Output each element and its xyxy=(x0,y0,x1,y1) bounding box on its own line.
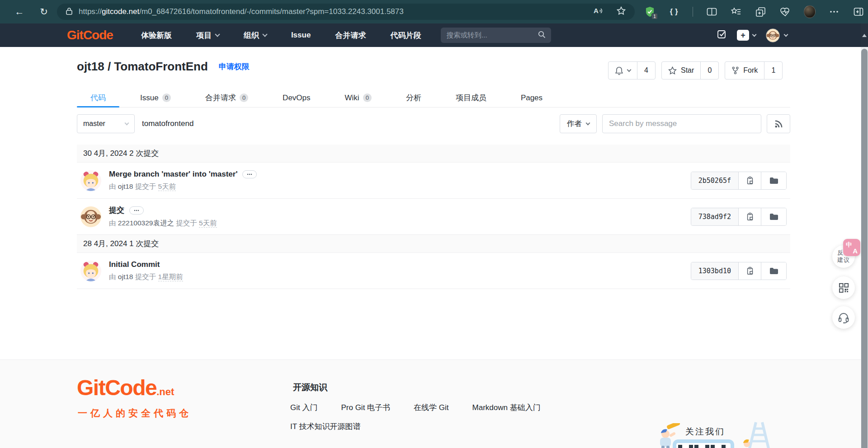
tab-issue[interactable]: Issue0 xyxy=(127,89,184,107)
commit-date-header: 28 4月, 2024 1 次提交 xyxy=(77,235,790,253)
star-icon xyxy=(668,66,677,75)
commit-description-toggle[interactable] xyxy=(242,170,257,178)
commit-date-header: 30 4月, 2024 2 次提交 xyxy=(77,145,790,163)
nav-item-trial[interactable]: 体验新版 xyxy=(141,30,172,41)
avatar[interactable] xyxy=(80,206,101,227)
project-tabs: 代码 Issue0 合并请求0 DevOps Wiki0 分析 项目成员 Pag… xyxy=(77,89,790,107)
issue-count-badge: 0 xyxy=(162,93,171,102)
collections-icon[interactable] xyxy=(755,5,767,18)
commit-author-link[interactable]: ojt18 xyxy=(118,273,133,280)
clipboard-icon xyxy=(746,212,754,221)
tab-members[interactable]: 项目成员 xyxy=(442,89,500,107)
commit-title-link[interactable]: Merge branch 'master' into 'master' xyxy=(109,170,237,179)
todo-list-icon[interactable] xyxy=(717,29,727,41)
url-text[interactable]: https://gitcode.net/m0_68472616/tomatofr… xyxy=(79,7,404,16)
footer-slogan: 一亿人的安全代码仓 xyxy=(78,407,192,420)
star-button[interactable]: Star xyxy=(662,62,700,79)
gitcode-logo[interactable]: GitCode xyxy=(67,28,113,42)
tab-devops[interactable]: DevOps xyxy=(269,89,324,107)
copy-sha-button[interactable] xyxy=(738,262,761,280)
commit-row: Initial Commit 由 ojt18 提交于 1星期前 1303bd10 xyxy=(77,253,790,289)
commit-row: Merge branch 'master' into 'master' 由 oj… xyxy=(77,163,790,199)
tab-code[interactable]: 代码 xyxy=(77,89,119,107)
project-header: ojt18 / TomatoFrontEnd 申请权限 4 Star 0 For… xyxy=(0,47,868,89)
global-search-input[interactable] xyxy=(446,31,538,39)
settings-more-icon[interactable] xyxy=(828,5,840,18)
back-icon[interactable]: ← xyxy=(14,6,25,18)
avatar[interactable] xyxy=(80,261,101,281)
commit-description-toggle[interactable] xyxy=(129,206,144,215)
favorites-bar-icon[interactable] xyxy=(730,5,742,18)
browse-files-button[interactable] xyxy=(761,208,786,225)
commits-list: 30 4月, 2024 2 次提交 Merge branch 'master' … xyxy=(77,145,790,289)
footer-link-learn-git[interactable]: 在线学 Git xyxy=(414,402,448,413)
folder-icon xyxy=(769,213,778,220)
commit-author-link[interactable]: ojt18 xyxy=(118,182,133,190)
commit-author-link[interactable]: 222100329袁进之 xyxy=(118,219,174,227)
notification-bell-button[interactable] xyxy=(609,62,637,79)
extensions-icon[interactable]: { } xyxy=(668,5,680,18)
browse-files-button[interactable] xyxy=(761,172,786,189)
author-filter-button[interactable]: 作者 xyxy=(560,114,597,133)
chevron-down-icon xyxy=(262,32,267,37)
rss-feed-button[interactable] xyxy=(767,114,790,133)
branch-selector[interactable]: master xyxy=(77,114,135,133)
clipboard-icon xyxy=(746,176,754,185)
chevron-down-icon xyxy=(784,32,788,37)
nav-item-issue[interactable]: Issue xyxy=(291,31,311,40)
fork-count[interactable]: 1 xyxy=(764,62,782,79)
commit-title-link[interactable]: Initial Commit xyxy=(109,260,160,269)
commit-hash-group: 2b50265f xyxy=(691,172,787,190)
nav-item-orgs[interactable]: 组织 xyxy=(244,30,267,41)
footer-logo: GitCode.net xyxy=(77,375,174,400)
browse-files-button[interactable] xyxy=(761,262,786,280)
avatar[interactable] xyxy=(80,170,101,191)
split-screen-icon[interactable] xyxy=(706,5,717,18)
user-menu[interactable] xyxy=(766,28,788,42)
commit-sha[interactable]: 738ad9f2 xyxy=(691,208,738,225)
read-aloud-icon[interactable]: A xyxy=(593,6,605,17)
browser-chrome: ← ↻ https://gitcode.net/m0_68472616/toma… xyxy=(0,0,868,23)
footer-link-it-knowledge-map[interactable]: IT 技术知识开源图谱 xyxy=(290,421,361,432)
create-new-button[interactable]: + xyxy=(737,30,756,41)
tab-pages[interactable]: Pages xyxy=(507,89,556,107)
breadcrumb[interactable]: tomatofrontend xyxy=(142,119,193,128)
browser-profile-avatar[interactable] xyxy=(804,5,816,18)
footer-link-markdown[interactable]: Markdown 基础入门 xyxy=(472,402,541,413)
translate-icon[interactable]: 中 A xyxy=(843,239,860,256)
nav-item-snippets[interactable]: 代码片段 xyxy=(390,30,421,41)
qr-code-button[interactable] xyxy=(832,276,855,299)
sidebar-toggle-icon[interactable] xyxy=(853,5,864,18)
scrollbar-up-arrow[interactable] xyxy=(861,23,868,47)
footer-link-git-intro[interactable]: Git 入门 xyxy=(290,402,317,413)
footer-link-pro-git[interactable]: Pro Git 电子书 xyxy=(341,402,390,413)
nav-item-merge-requests[interactable]: 合并请求 xyxy=(335,30,366,41)
footer-section-title: 开源知识 xyxy=(293,382,327,393)
request-permission-link[interactable]: 申请权限 xyxy=(219,61,250,72)
nav-item-projects[interactable]: 项目 xyxy=(196,30,219,41)
fork-button[interactable]: Fork xyxy=(725,62,764,79)
privacy-shield-icon[interactable]: 1 xyxy=(644,5,656,18)
commit-message-search-input[interactable] xyxy=(602,114,761,133)
customer-service-button[interactable] xyxy=(832,306,855,329)
copy-sha-button[interactable] xyxy=(738,208,761,225)
global-search-box[interactable] xyxy=(441,28,551,43)
commit-sha[interactable]: 1303bd10 xyxy=(691,262,738,280)
chevron-down-icon xyxy=(215,32,220,37)
address-bar[interactable]: https://gitcode.net/m0_68472616/tomatofr… xyxy=(57,4,635,20)
tab-merge-requests[interactable]: 合并请求0 xyxy=(192,89,262,107)
bell-icon xyxy=(615,66,623,75)
tab-analytics[interactable]: 分析 xyxy=(392,89,435,107)
commit-title-link[interactable]: 提交 xyxy=(109,205,124,215)
bookmark-star-icon[interactable] xyxy=(617,6,626,17)
tab-wiki[interactable]: Wiki0 xyxy=(331,89,385,107)
browser-essentials-icon[interactable] xyxy=(779,5,791,18)
refresh-icon[interactable]: ↻ xyxy=(38,6,50,18)
commit-sha[interactable]: 2b50265f xyxy=(691,172,738,189)
copy-sha-button[interactable] xyxy=(738,172,761,189)
star-count[interactable]: 0 xyxy=(700,62,718,79)
scrollbar-thumb[interactable] xyxy=(861,49,868,448)
notification-count[interactable]: 4 xyxy=(637,62,655,79)
folder-icon xyxy=(769,177,778,184)
scrollbar[interactable] xyxy=(861,23,868,448)
